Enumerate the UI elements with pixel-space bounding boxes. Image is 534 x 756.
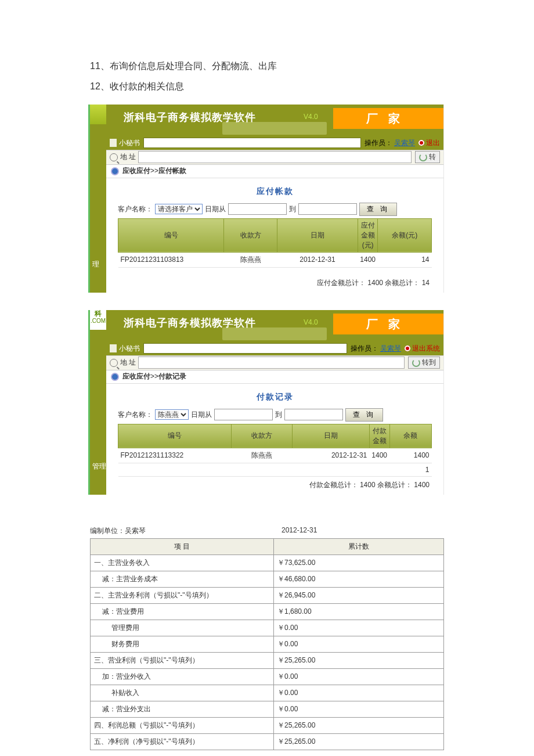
addr-label: 地 址 — [120, 358, 136, 368]
notebook-icon — [110, 344, 117, 352]
exit-link[interactable]: 退出系统 — [405, 344, 440, 354]
goto-button[interactable]: 转 — [415, 151, 440, 163]
cell-id: FP20121231113322 — [118, 448, 232, 463]
table-row: 管理费用￥0.00 — [91, 620, 444, 636]
panel-left: 理 — [90, 105, 106, 293]
cell-balance: 1400 — [389, 448, 432, 463]
panel-left-top — [90, 105, 106, 125]
cell-item: 减：主营业务成本 — [91, 571, 274, 587]
query-button[interactable]: 查 询 — [359, 203, 397, 216]
breadcrumb: 应收应付>>付款记录 — [106, 370, 443, 384]
cell-item: 四、利润总额（亏损以"-"号填列） — [91, 717, 274, 733]
col-id: 编号 — [118, 424, 232, 448]
cell-amount: ￥0.00 — [274, 636, 444, 652]
sidebar-tab[interactable]: 管理 — [92, 462, 106, 471]
cust-label: 客户名称： — [118, 204, 153, 214]
addr-input[interactable] — [138, 357, 405, 369]
hdr-decor — [222, 327, 327, 340]
cell-item: 补贴收入 — [91, 685, 274, 701]
operator-label: 操作员： 吴索琴 — [365, 138, 415, 148]
col-balance: 余额(元) — [378, 218, 432, 252]
operator-link[interactable]: 吴索琴 — [380, 344, 401, 352]
hdr-decor — [222, 122, 327, 135]
app-header: 浙科电子商务模拟教学软件 V4.0 厂家 — [106, 310, 443, 342]
cell-item: 减：营业外支出 — [91, 701, 274, 717]
table-row: 二、主营业务利润（亏损以"-"号填列）￥26,945.00 — [91, 587, 444, 603]
payment-table: 编号 收款方 日期 付款金额 余额 FP20121231113322 陈燕燕 2… — [118, 424, 432, 477]
date-to-input[interactable] — [284, 409, 343, 420]
secretary-input[interactable] — [143, 343, 347, 354]
cell-item: 加：营业外收入 — [91, 668, 274, 685]
cell-item: 减：营业费用 — [91, 603, 274, 620]
app-version: V4.0 — [304, 113, 318, 121]
table-row: 一、主营业务收入￥73,625.00 — [91, 555, 444, 571]
panel-left-sidebar: 理 — [90, 124, 106, 293]
col-amount: 应付金额(元) — [358, 218, 378, 252]
cell-amount: ￥0.00 — [274, 685, 444, 701]
table-row[interactable]: FP20121231103813 陈燕燕 2012-12-31 1400 14 — [118, 252, 432, 267]
cust-label: 客户名称： — [118, 410, 153, 420]
cell-amount: ￥26,945.00 — [274, 587, 444, 603]
search-icon — [110, 153, 118, 161]
cell-amount: 1400 — [369, 448, 389, 463]
role-badge: 厂家 — [333, 108, 443, 129]
cust-select[interactable]: 陈燕燕 — [155, 409, 189, 420]
doc-line-11: 11、布询价信息后处理合同、分配物流、出库 — [90, 58, 444, 75]
table-header-row: 编号 收款方 日期 付款金额 余额 — [118, 424, 432, 448]
operator-link[interactable]: 吴索琴 — [394, 139, 415, 147]
address-row: 地 址 转到 — [106, 355, 443, 370]
logo-block: 科.COM — [90, 310, 106, 330]
table-row: 减：营业费用￥1,680.00 — [91, 603, 444, 620]
cell-amount: ￥25,265.00 — [274, 733, 444, 750]
cell-item: 三、营业利润（亏损以"-"号填列） — [91, 652, 274, 668]
operator-label: 操作员： 吴索琴 — [351, 344, 401, 354]
col-payee: 收款方 — [232, 424, 293, 448]
operator-text: 操作员： — [365, 139, 392, 147]
secretary-input[interactable] — [143, 138, 361, 148]
date-from-input[interactable] — [228, 203, 287, 215]
col-amt: 累计数 — [274, 538, 444, 555]
income-statement: 编制单位：吴索琴 2012-12-31 项 目 累计数 一、主营业务收入￥73,… — [90, 524, 444, 750]
col-date: 日期 — [277, 218, 358, 252]
table-row: 五、净利润（净亏损以"-"号填列）￥25,265.00 — [91, 733, 444, 750]
payable-table: 编号 收款方 日期 应付金额(元) 余额(元) FP20121231103813… — [118, 218, 432, 268]
cell-amount: ￥73,625.00 — [274, 555, 444, 571]
crumb-parent[interactable]: 应收应付 — [122, 167, 150, 175]
crumb-parent[interactable]: 应收应付 — [122, 372, 150, 380]
col-date: 日期 — [293, 424, 370, 448]
table-row[interactable]: FP20121231113322 陈燕燕 2012-12-31 1400 140… — [118, 448, 432, 463]
goto-button[interactable]: 转到 — [408, 357, 440, 369]
stmt-date: 2012-12-31 — [282, 526, 444, 536]
table-row: 财务费用￥0.00 — [91, 636, 444, 652]
unit-label: 编制单位：吴索琴 — [90, 526, 282, 536]
query-button[interactable]: 查 询 — [345, 408, 383, 422]
crumb-child: 应付帐款 — [158, 167, 186, 175]
cell-item: 一、主营业务收入 — [91, 555, 274, 571]
screenshot-payment-record: 科.COM 管理 浙科电子商务模拟教学软件 V4.0 厂家 小秘书 操作员： 吴… — [90, 310, 444, 495]
role-badge: 厂家 — [333, 314, 443, 334]
cell-item: 管理费用 — [91, 620, 274, 636]
date-from-label: 日期从 — [191, 410, 212, 420]
cust-select[interactable]: 请选择客户 — [155, 204, 203, 214]
sidebar-tab[interactable]: 理 — [92, 260, 99, 269]
date-to-input[interactable] — [298, 203, 357, 215]
cell-item: 二、主营业务利润（亏损以"-"号填列） — [91, 587, 274, 603]
table-header-row: 编号 收款方 日期 应付金额(元) 余额(元) — [118, 218, 432, 252]
screenshot-payable: 理 浙科电子商务模拟教学软件 V4.0 厂家 小秘书 操作员： 吴索琴 退出 — [90, 105, 444, 293]
table-row: 补贴收入￥0.00 — [91, 685, 444, 701]
date-from-label: 日期从 — [205, 204, 226, 214]
doc-line-12: 12、收付款的相关信息 — [90, 78, 444, 95]
cell-amount: ￥25,265.00 — [274, 652, 444, 668]
cell-item: 五、净利润（净亏损以"-"号填列） — [91, 733, 274, 750]
panel-left-sidebar: 管理 — [90, 330, 106, 495]
addr-input[interactable] — [138, 151, 412, 163]
app-version: V4.0 — [304, 318, 318, 326]
date-from-input[interactable] — [214, 409, 273, 420]
notebook-icon — [110, 139, 117, 147]
cell-item: 财务费用 — [91, 636, 274, 652]
breadcrumb: 应收应付>>应付帐款 — [106, 165, 443, 178]
exit-link[interactable]: 退出 — [418, 138, 440, 148]
table-row[interactable]: 1 — [118, 463, 432, 476]
search-row: 客户名称： 请选择客户 日期从 到 查 询 — [118, 203, 432, 216]
date-to-label: 到 — [275, 410, 282, 420]
